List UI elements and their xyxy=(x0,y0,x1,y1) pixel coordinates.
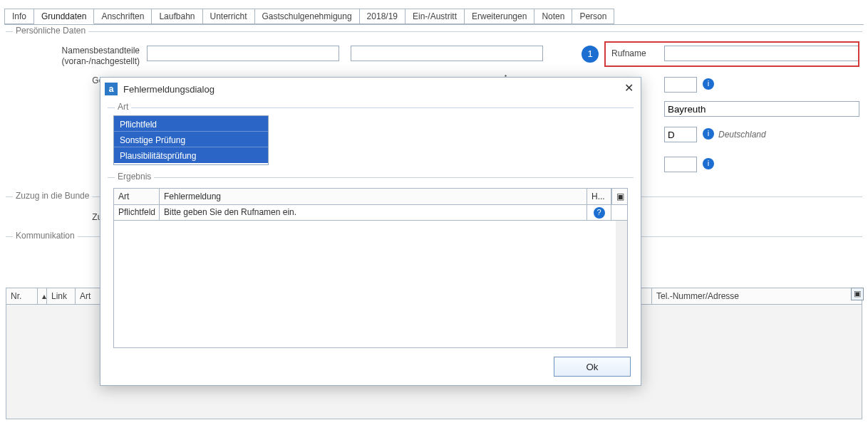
art-item-sonstige[interactable]: Sonstige Prüfung xyxy=(114,132,268,147)
tab-grunddaten[interactable]: Grunddaten xyxy=(34,9,94,24)
scrollbar-vertical[interactable] xyxy=(616,221,627,347)
input-country-code[interactable] xyxy=(664,127,697,142)
erg-col-art[interactable]: Art xyxy=(114,189,160,204)
group-legend-zuzug: Zuzug in die Bunde xyxy=(13,191,92,201)
erg-cell-help[interactable]: ? xyxy=(587,205,611,220)
info-icon[interactable]: i xyxy=(703,158,714,169)
label-deutschland: Deutschland xyxy=(718,130,766,140)
tab-erweiterungen[interactable]: Erweiterungen xyxy=(465,9,534,24)
dialog-title: Fehlermeldungsdialog xyxy=(123,84,621,95)
ergebnis-row[interactable]: Pflichtfeld Bitte geben Sie den Rufnamen… xyxy=(113,205,628,221)
input-geburtsort[interactable] xyxy=(664,101,859,117)
erg-col-h[interactable]: H... xyxy=(587,189,611,204)
error-dialog: a Fehlermeldungsdialog ✕ Art Pflichtfeld… xyxy=(100,77,641,386)
art-listbox[interactable]: Pflichtfeld Sonstige Prüfung Plausibilit… xyxy=(113,115,269,165)
dialog-section-ergebnis-legend: Ergebnis xyxy=(115,172,154,182)
input-right-small-2[interactable] xyxy=(664,157,697,172)
tab-anschriften[interactable]: Anschriften xyxy=(94,9,152,24)
erg-col-fehler[interactable]: Fehlermeldung xyxy=(160,189,587,204)
tab-laufbahn[interactable]: Laufbahn xyxy=(152,9,202,24)
erg-cell-msg: Bitte geben Sie den Rufnamen ein. xyxy=(160,205,587,220)
close-icon[interactable]: ✕ xyxy=(621,81,636,97)
grid-col-link[interactable]: Link xyxy=(47,288,76,304)
tab-person[interactable]: Person xyxy=(572,9,614,24)
input-namensbestandteile-voran[interactable] xyxy=(147,46,339,61)
input-right-small-1[interactable] xyxy=(664,77,697,93)
input-namensbestandteile-nach[interactable] xyxy=(351,46,543,61)
grid-col-nr[interactable]: Nr. xyxy=(6,288,38,304)
dialog-section-art: Art Pflichtfeld Sonstige Prüfung Plausib… xyxy=(108,107,634,176)
info-icon[interactable]: i xyxy=(703,78,714,90)
tab-gastschule[interactable]: Gastschulgenehmigung xyxy=(255,9,360,24)
label-namensbestandteile: Namensbestandteile (voran-/nachgestellt) xyxy=(6,46,140,67)
label-rufname: Rufname xyxy=(611,48,646,58)
art-item-plausibilitaet[interactable]: Plausibilitätsprüfung xyxy=(114,147,268,163)
group-legend-komm: Kommunikation xyxy=(13,231,78,241)
tab-einaustritt[interactable]: Ein-/Austritt xyxy=(405,9,465,24)
art-item-pflichtfeld[interactable]: Pflichtfeld xyxy=(114,116,268,132)
ergebnis-grid-header: Art Fehlermeldung H... ▣ xyxy=(113,188,628,205)
info-icon[interactable]: i xyxy=(703,128,714,140)
tab-strip: Info Grunddaten Anschriften Laufbahn Unt… xyxy=(4,9,614,26)
tab-201819[interactable]: 2018/19 xyxy=(360,9,405,24)
dialog-titlebar[interactable]: a Fehlermeldungsdialog ✕ xyxy=(100,78,641,100)
dialog-section-art-legend: Art xyxy=(115,102,131,112)
tab-info[interactable]: Info xyxy=(4,9,34,24)
input-rufname[interactable] xyxy=(664,46,859,61)
erg-popup-icon[interactable]: ▣ xyxy=(611,189,627,204)
grid-col-tel[interactable]: Tel.-Nummer/Adresse xyxy=(652,288,862,304)
ergebnis-grid-body[interactable] xyxy=(113,221,628,348)
ok-button[interactable]: Ok xyxy=(554,357,631,377)
tab-noten[interactable]: Noten xyxy=(534,9,572,24)
app-icon: a xyxy=(105,83,118,95)
grid-popup-button[interactable]: ▣ xyxy=(851,288,864,300)
tab-unterricht[interactable]: Unterricht xyxy=(203,9,255,24)
group-legend-persoenliche-daten: Persönliche Daten xyxy=(13,26,88,36)
callout-1: 1 xyxy=(582,46,599,63)
help-icon[interactable]: ? xyxy=(594,207,605,219)
dialog-section-ergebnis: Ergebnis Art Fehlermeldung H... ▣ Pflich… xyxy=(108,177,634,348)
erg-cell-art: Pflichtfeld xyxy=(114,205,160,220)
grid-sort-icon[interactable]: ▴ xyxy=(38,288,47,304)
